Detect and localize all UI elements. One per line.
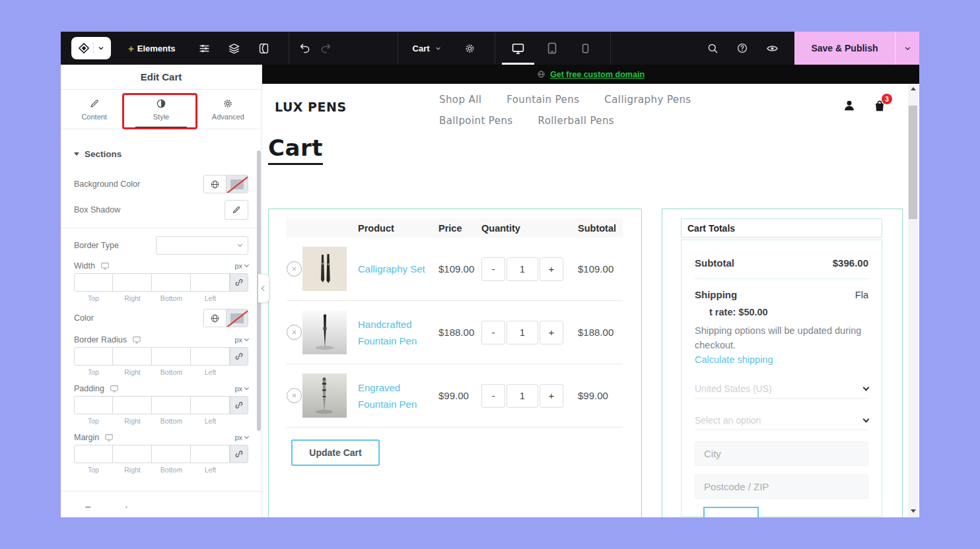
dim-label-bottom: Bottom [152,368,191,376]
redo-icon[interactable] [320,42,332,54]
theme-style-icon[interactable] [258,42,270,55]
padding-right-input[interactable] [113,396,152,414]
device-mobile-button[interactable] [579,42,592,55]
width-left-input[interactable] [191,273,230,292]
radius-bottom-input[interactable] [152,347,191,366]
dim-label-top: Top [74,466,113,474]
link-values-icon[interactable] [230,445,248,463]
responsive-monitor-icon[interactable] [110,384,119,393]
page-settings-gear-icon[interactable] [464,43,475,54]
state-select[interactable]: Select an option [695,410,868,430]
margin-top-input[interactable] [74,445,113,463]
quantity-input[interactable] [507,384,538,408]
accordion-next-section[interactable]: Typography [74,505,248,507]
global-color-globe-icon[interactable] [204,309,226,327]
remove-item-icon[interactable] [287,388,302,403]
width-bottom-input[interactable] [152,273,191,292]
accordion-sections[interactable]: Sections [74,149,248,159]
padding-top-input[interactable] [74,396,113,414]
tab-content[interactable]: Content [61,90,127,129]
site-settings-sliders-icon[interactable] [198,42,211,55]
nav-link-fountain-pens[interactable]: Fountain Pens [507,94,579,106]
page-selector-dropdown[interactable]: Cart [413,44,442,53]
nav-link-rollerball-pens[interactable]: Rollerball Pens [538,115,615,127]
link-values-icon[interactable] [230,273,248,292]
elementor-logo-menu[interactable] [71,37,111,59]
quantity-decrease-button[interactable]: - [481,384,505,408]
search-icon[interactable] [707,42,718,54]
width-unit-select[interactable]: px [234,262,248,270]
update-cart-button[interactable]: Update Cart [291,439,380,466]
product-name-link[interactable]: Engraved Fountain Pen [358,379,438,412]
quantity-input[interactable] [507,321,538,344]
width-right-input[interactable] [113,273,152,292]
border-radius-unit-select[interactable]: px [234,336,248,344]
add-elements-button[interactable]: + Elements [128,43,176,54]
navigator-layers-icon[interactable] [228,42,240,55]
width-dimension-inputs [74,273,248,292]
radius-top-input[interactable] [74,347,113,366]
postcode-input[interactable] [695,474,868,499]
color-label: Color [74,313,94,323]
quantity-input[interactable] [507,257,538,281]
tab-advanced[interactable]: Advanced [195,90,262,129]
cart-row: Calligraphy Set $109.00 - + $109.00 [287,238,623,300]
calculate-shipping-link[interactable]: Calculate shipping [695,354,868,365]
account-person-icon[interactable] [842,98,857,113]
padding-unit-select[interactable]: px [234,385,248,393]
border-color-swatch-empty[interactable] [226,309,248,327]
remove-item-icon[interactable] [287,261,302,276]
quantity-decrease-button[interactable]: - [481,257,505,281]
radius-right-input[interactable] [113,347,152,366]
padding-left-input[interactable] [191,396,230,414]
quantity-increase-button[interactable]: + [540,257,563,281]
margin-right-input[interactable] [113,445,152,463]
cart-bag-icon[interactable]: 3 [872,98,887,113]
undo-icon[interactable] [299,42,311,54]
quantity-increase-button[interactable]: + [540,384,563,408]
scroll-up-arrow[interactable] [908,84,918,93]
border-type-select[interactable] [156,236,248,255]
tab-style[interactable]: Style [127,90,194,129]
responsive-monitor-icon[interactable] [104,433,114,442]
country-select[interactable]: United States (US) [695,379,868,399]
help-icon[interactable] [736,42,748,54]
margin-left-input[interactable] [191,445,230,463]
update-shipping-button-clipped[interactable] [703,507,759,517]
link-values-icon[interactable] [230,347,248,366]
global-color-globe-icon[interactable] [204,176,226,193]
col-header-subtotal: Subtotal [578,223,623,234]
quantity-increase-button[interactable]: + [540,321,563,344]
nav-link-shop-all[interactable]: Shop All [439,94,481,106]
remove-item-icon[interactable] [287,325,302,340]
product-name-link[interactable]: Handcrafted Fountain Pen [358,316,438,349]
nav-link-calligraphy-pens[interactable]: Calligraphy Pens [604,94,691,106]
radius-left-input[interactable] [191,347,230,366]
box-shadow-edit-pencil-icon[interactable] [225,200,248,220]
device-tablet-button[interactable] [545,42,559,55]
scroll-down-arrow[interactable] [908,507,918,515]
background-color-swatch-empty[interactable] [226,176,248,193]
get-free-domain-link[interactable]: Get free custom domain [550,70,645,79]
control-border-radius-header: Border Radius px [74,335,248,344]
scrollbar-thumb[interactable] [909,106,917,219]
padding-bottom-input[interactable] [152,396,191,414]
quantity-stepper: - + [481,321,578,344]
margin-bottom-input[interactable] [152,445,191,463]
link-values-icon[interactable] [230,396,248,414]
nav-link-ballpoint-pens[interactable]: Ballpoint Pens [439,115,513,127]
save-options-chevron[interactable] [895,32,919,65]
responsive-monitor-icon[interactable] [100,261,110,271]
panel-collapse-handle[interactable] [258,274,269,303]
device-desktop-button[interactable] [511,42,525,55]
width-top-input[interactable] [74,273,113,292]
site-logo[interactable]: LUX PENS [275,100,347,114]
responsive-monitor-icon[interactable] [132,335,141,344]
preview-scrollbar[interactable] [908,84,918,517]
preview-eye-icon[interactable] [766,42,779,55]
save-publish-button[interactable]: Save & Publish [794,32,895,65]
quantity-decrease-button[interactable]: - [481,321,505,344]
city-input[interactable] [695,441,868,466]
product-name-link[interactable]: Calligraphy Set [358,261,438,277]
margin-unit-select[interactable]: px [234,434,248,441]
